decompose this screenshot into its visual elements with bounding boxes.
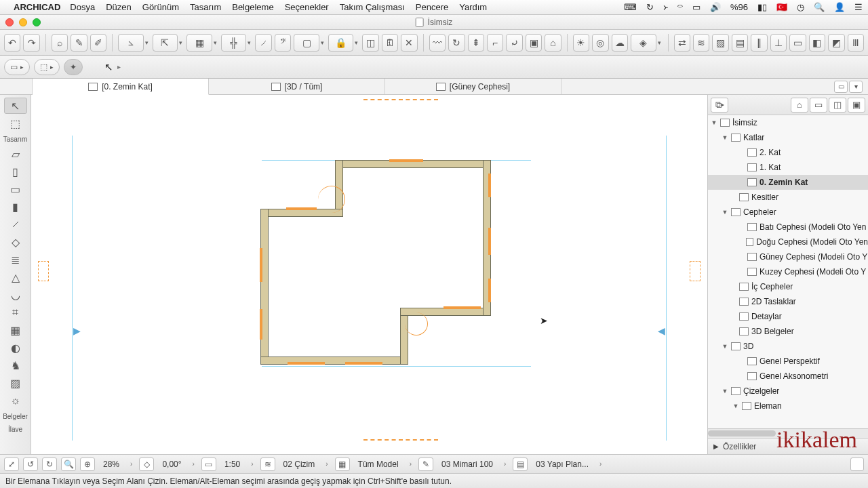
post-button[interactable]: ‖: [751, 34, 767, 52]
curve-button[interactable]: 〰: [429, 34, 446, 52]
menu-edit[interactable]: Düzen: [106, 2, 132, 12]
mesh-tool[interactable]: ⌗: [4, 304, 27, 321]
tree-element[interactable]: Eleman: [754, 401, 782, 411]
navigator-publisher-button[interactable]: ▣: [848, 98, 865, 113]
cross-button[interactable]: ✕: [401, 34, 417, 52]
magnify-button[interactable]: 🔍: [61, 458, 76, 471]
minimize-window-button[interactable]: [19, 18, 27, 26]
menu-view[interactable]: Görünüm: [142, 2, 179, 12]
panel-button[interactable]: ▤: [732, 34, 748, 52]
render-button[interactable]: ◎: [592, 34, 608, 52]
selection-mode-button[interactable]: ⬚▸: [34, 59, 60, 75]
properties-header[interactable]: ▶ Özellikler: [708, 438, 868, 454]
model-value[interactable]: Tüm Model: [354, 460, 403, 469]
box-button[interactable]: ▢: [294, 34, 319, 52]
volume-icon[interactable]: 🔊: [710, 2, 721, 12]
tab-elevation[interactable]: [Güney Cephesi]: [385, 79, 561, 94]
scale-icon[interactable]: ▭: [201, 458, 216, 471]
cloud-button[interactable]: ☁: [612, 34, 628, 52]
navigator-project-map-button[interactable]: ⌂: [791, 98, 808, 113]
handle-left[interactable]: [38, 261, 49, 281]
tree-schedules[interactable]: Çizelgeler: [743, 386, 779, 396]
tree-elevations[interactable]: Cepheler: [743, 207, 776, 217]
tree-root[interactable]: İsimsiz: [732, 118, 757, 127]
screencast-icon[interactable]: ⌨: [624, 2, 637, 12]
display-icon[interactable]: ▭: [692, 2, 701, 12]
penset-icon[interactable]: ✎: [418, 458, 433, 471]
cube-button[interactable]: ◈: [631, 34, 656, 52]
slab-tool[interactable]: ◇: [4, 234, 27, 250]
up-button[interactable]: ⇞: [468, 34, 484, 52]
grid-snap-button[interactable]: ▦: [186, 34, 212, 52]
roof-tool[interactable]: △: [4, 269, 27, 285]
tree-floors[interactable]: Katlar: [743, 133, 764, 142]
zoom-next-button[interactable]: ↻: [42, 458, 57, 471]
navigator-scrollbar[interactable]: [708, 428, 868, 438]
tree-3d[interactable]: 3D: [743, 342, 753, 351]
tree-perspective[interactable]: Genel Perspektif: [760, 357, 820, 366]
tree-floor-0[interactable]: 0. Zemin Kat: [760, 178, 808, 187]
marquee-tool[interactable]: ⬚: [4, 115, 27, 131]
tab-floorplan[interactable]: [0. Zemin Kat]: [33, 79, 209, 95]
object-tool[interactable]: ♞: [4, 357, 27, 373]
user-icon[interactable]: 👤: [834, 2, 845, 12]
tree-details[interactable]: Detaylar: [751, 312, 782, 321]
tab-new-button[interactable]: ▭: [834, 81, 848, 93]
tab-menu-button[interactable]: ▾: [849, 81, 863, 93]
tree-elev-north[interactable]: Kuzey Cephesi (Modeli Oto Y: [760, 267, 866, 277]
stair-tool[interactable]: ≣: [4, 251, 27, 268]
model-icon[interactable]: ▦: [335, 458, 350, 471]
clock-icon[interactable]: ◷: [797, 2, 804, 12]
door-tool[interactable]: ▯: [4, 163, 27, 180]
mesh-button[interactable]: ◩: [828, 34, 844, 52]
penset-value[interactable]: 03 Mimari 100: [437, 460, 497, 469]
menu-help[interactable]: Yardım: [459, 2, 487, 12]
slab-button[interactable]: ▭: [789, 34, 806, 52]
zoom-prev-button[interactable]: ↺: [23, 458, 38, 471]
arrow-tool-icon[interactable]: ↖: [104, 61, 113, 73]
zoom-in-button[interactable]: ⊕: [80, 458, 95, 471]
beam-tool[interactable]: ⟋: [4, 216, 27, 232]
menu-teamwork[interactable]: Takım Çalışması: [340, 2, 405, 12]
tree-elev-east[interactable]: Doğu Cephesi (Modeli Oto Yen: [756, 237, 868, 247]
fit-button[interactable]: ⤢: [4, 458, 19, 471]
wall-tool[interactable]: ▱: [4, 146, 27, 162]
roof-button[interactable]: ◧: [809, 34, 825, 52]
marquee-mode-button[interactable]: ▭▸: [4, 59, 30, 75]
layer-value[interactable]: 02 Çizim: [279, 460, 319, 469]
column-tool[interactable]: ▮: [4, 199, 27, 215]
battery-percent[interactable]: %96: [730, 2, 748, 12]
tree-elev-west[interactable]: Batı Cephesi (Modeli Oto Yen: [760, 222, 866, 232]
pick-button[interactable]: ⌕: [52, 34, 68, 52]
menu-options[interactable]: Seçenekler: [285, 2, 329, 12]
navigator-settings-button[interactable]: ⧉▸: [711, 98, 728, 113]
close-window-button[interactable]: [5, 18, 14, 26]
eyedrop-button[interactable]: ✎: [71, 34, 87, 52]
inject-button[interactable]: ✐: [90, 34, 106, 52]
corner-button[interactable]: ⌐: [487, 34, 503, 52]
corner-grip[interactable]: [850, 458, 864, 471]
zoom-window-button[interactable]: [33, 18, 41, 26]
navigator-view-map-button[interactable]: ▭: [810, 98, 827, 113]
navigator-tree[interactable]: ▼İsimsiz ▼Katlar 2. Kat 1. Kat 0. Zemin …: [708, 115, 868, 428]
window-tool[interactable]: ▭: [4, 181, 27, 197]
redo-button[interactable]: ↷: [23, 34, 39, 52]
view-button[interactable]: ▣: [526, 34, 542, 52]
navigator-layout-book-button[interactable]: ◫: [829, 98, 846, 113]
hatch-button[interactable]: ▨: [712, 34, 728, 52]
timemachine-icon[interactable]: ↻: [646, 2, 654, 12]
undo-button[interactable]: ↶: [4, 34, 20, 52]
measure-button[interactable]: 𝄢: [275, 34, 291, 52]
ruler-button[interactable]: ⟋: [255, 34, 271, 52]
tree-axonometry[interactable]: Genel Aksonometri: [760, 371, 828, 381]
shell-tool[interactable]: ◡: [4, 287, 27, 303]
app-name[interactable]: ARCHICAD: [14, 2, 60, 12]
spotlight-icon[interactable]: 🔍: [814, 2, 825, 12]
angle-icon[interactable]: ◇: [139, 458, 154, 471]
zoom-value[interactable]: 28%: [99, 460, 123, 469]
connect-button[interactable]: ⇄: [674, 34, 690, 52]
layer-icon[interactable]: ≋: [260, 458, 275, 471]
drawing-canvas[interactable]: ▶ ◀ ➤: [31, 95, 707, 454]
beam-button[interactable]: ⊥: [770, 34, 787, 52]
angle-value[interactable]: 0,00°: [158, 460, 185, 469]
